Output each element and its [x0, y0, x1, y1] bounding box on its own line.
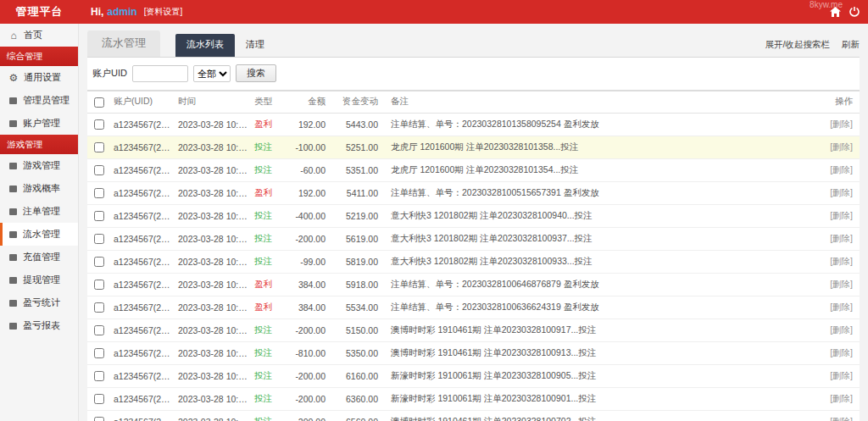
row-checkbox[interactable]: [94, 234, 104, 244]
row-checkbox[interactable]: [94, 371, 104, 381]
cell-account: a1234567(2643858): [111, 158, 175, 181]
cell-remark: 意大利快3 1201802期 注单20230328100933...投注: [381, 250, 810, 273]
sidebar-item-home[interactable]: ⌂首页: [0, 24, 78, 47]
row-checkbox[interactable]: [94, 119, 104, 130]
cell-remark: 澳博时时彩 1910461期 注单20230328100917...投注: [381, 319, 810, 341]
table-row: a1234567(2643858)2023-03-28 10:09:22盈利38…: [87, 273, 860, 296]
cell-type: 投注: [252, 227, 287, 250]
delete-link[interactable]: [删除]: [830, 210, 853, 220]
row-checkbox[interactable]: [94, 211, 104, 221]
cell-account: a1234567(2643858): [111, 227, 175, 250]
cell-balance: 5918.00: [328, 273, 381, 296]
sidebar-item-odds[interactable]: 游戏概率: [0, 177, 78, 200]
row-checkbox-cell: [87, 113, 111, 136]
col-action: 操作: [810, 91, 860, 113]
cell-time: 2023-03-28 10:07:02: [175, 410, 252, 421]
select-all-checkbox[interactable]: [94, 97, 104, 108]
delete-link[interactable]: [删除]: [830, 141, 853, 152]
cell-amount: -100.00: [287, 136, 328, 158]
toggle-search-link[interactable]: 展开/收起搜索栏: [765, 39, 830, 51]
cell-account: a1234567(2643858): [111, 181, 175, 204]
cell-remark: 龙虎厅 1201600期 注单20230328101354...投注: [381, 158, 810, 181]
row-checkbox[interactable]: [94, 348, 104, 358]
delete-link[interactable]: [删除]: [830, 324, 853, 335]
cell-remark: 龙虎厅 1201600期 注单20230328101358...投注: [381, 136, 810, 158]
cell-time: 2023-03-28 10:09:13: [175, 341, 252, 364]
delete-link[interactable]: [删除]: [830, 302, 853, 312]
delete-link[interactable]: [删除]: [830, 279, 853, 289]
uid-input[interactable]: [132, 65, 188, 82]
home-icon: ⌂: [8, 31, 19, 40]
sidebar-item-withdraw[interactable]: 提现管理: [0, 269, 78, 291]
cell-action: [删除]: [810, 319, 860, 341]
row-checkbox[interactable]: [94, 188, 104, 198]
sidebar-item-game[interactable]: 游戏管理: [0, 154, 78, 177]
table-row: a1234567(2643858)2023-03-28 10:09:37投注-2…: [87, 227, 860, 250]
cell-balance: 5150.00: [328, 319, 381, 341]
delete-link[interactable]: [删除]: [830, 119, 853, 129]
username: admin: [107, 6, 136, 18]
row-checkbox[interactable]: [94, 417, 104, 421]
sidebar-item-admins[interactable]: 管理员管理: [0, 89, 78, 112]
sidebar-item-user[interactable]: 账户管理: [0, 112, 78, 135]
cell-type: 投注: [252, 136, 287, 158]
sidebar-item-gear[interactable]: ⚙通用设置: [0, 66, 78, 89]
table-row: a1234567(2643858)2023-03-28 10:07:02投注-2…: [87, 410, 860, 421]
col-amount: 金额: [287, 91, 328, 113]
row-checkbox-cell: [87, 296, 111, 319]
sidebar-item-flow[interactable]: 流水管理: [0, 223, 78, 246]
home-icon[interactable]: [830, 7, 841, 17]
row-checkbox[interactable]: [94, 394, 104, 404]
sidebar-item-label: 管理员管理: [23, 94, 70, 107]
sidebar-item-recharge[interactable]: 充值管理: [0, 246, 78, 269]
row-checkbox-cell: [87, 341, 111, 364]
cell-action: [删除]: [810, 204, 860, 227]
delete-link[interactable]: [删除]: [830, 256, 853, 266]
profile-settings-link[interactable]: [资料设置]: [144, 6, 183, 18]
logout-power-icon[interactable]: [849, 7, 860, 17]
cell-action: [删除]: [810, 113, 860, 136]
delete-link[interactable]: [删除]: [830, 416, 853, 421]
cell-action: [删除]: [810, 273, 860, 296]
cell-remark: 澳博时时彩 1910461期 注单20230328100913...投注: [381, 341, 810, 364]
cell-type: 投注: [252, 341, 287, 364]
cell-action: [删除]: [810, 341, 860, 364]
delete-link[interactable]: [删除]: [830, 233, 853, 243]
tab-bar: 流水列表 清理: [175, 34, 275, 57]
user-icon: [9, 120, 17, 127]
delete-link[interactable]: [删除]: [830, 347, 853, 357]
row-checkbox[interactable]: [94, 325, 104, 335]
delete-link[interactable]: [删除]: [830, 370, 853, 380]
search-button[interactable]: 搜索: [236, 64, 276, 82]
delete-link[interactable]: [删除]: [830, 164, 853, 174]
cell-balance: 6160.00: [328, 364, 381, 387]
type-select[interactable]: 全部: [193, 65, 231, 82]
row-checkbox[interactable]: [94, 302, 104, 313]
cell-balance: 5219.00: [328, 204, 381, 227]
sidebar-item-label: 充值管理: [23, 251, 60, 263]
delete-link[interactable]: [删除]: [830, 187, 853, 197]
uid-label: 账户UID: [92, 67, 127, 80]
sidebar-item-orders[interactable]: 注单管理: [0, 200, 78, 223]
refresh-link[interactable]: 刷新: [842, 39, 860, 51]
cell-type: 投注: [252, 250, 287, 273]
cell-time: 2023-03-28 10:09:22: [175, 296, 252, 319]
tab-flow-list[interactable]: 流水列表: [175, 34, 235, 57]
page-title: 流水管理: [87, 30, 160, 57]
orders-icon: [9, 208, 17, 215]
row-checkbox[interactable]: [94, 165, 104, 175]
table-row: a1234567(2643858)2023-03-28 10:13:58投注-1…: [87, 136, 860, 158]
row-checkbox-cell: [87, 204, 111, 227]
sidebar-item-label: 账户管理: [23, 117, 60, 130]
row-checkbox-cell: [87, 181, 111, 204]
row-checkbox[interactable]: [94, 142, 104, 152]
sidebar-item-stats[interactable]: 盈亏统计: [0, 291, 78, 314]
tab-cleanup[interactable]: 清理: [235, 34, 275, 57]
row-checkbox[interactable]: [94, 280, 104, 290]
table-row: a1234567(2643858)2023-03-28 10:09:01投注-2…: [87, 387, 860, 410]
cell-balance: 5411.00: [328, 181, 381, 204]
delete-link[interactable]: [删除]: [830, 393, 853, 403]
cell-account: a1234567(2643858): [111, 204, 175, 227]
sidebar-item-report[interactable]: 盈亏报表: [0, 314, 78, 337]
row-checkbox[interactable]: [94, 257, 104, 267]
